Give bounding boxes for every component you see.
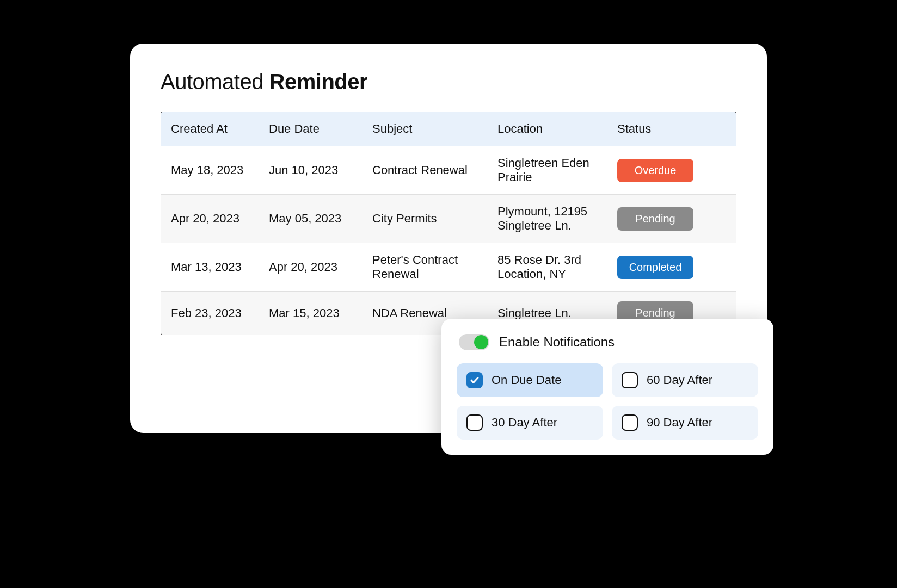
table-row[interactable]: Mar 13, 2023Apr 20, 2023Peter's Contract… <box>161 243 736 292</box>
table-row[interactable]: Apr 20, 2023May 05, 2023City PermitsPlym… <box>161 195 736 243</box>
cell-due: Apr 20, 2023 <box>259 250 363 284</box>
enable-notifications-toggle[interactable] <box>459 334 489 350</box>
checkbox[interactable] <box>622 372 638 388</box>
toggle-row: Enable Notifications <box>457 334 758 350</box>
toggle-knob <box>474 335 488 349</box>
reminder-card: Automated Reminder Created At Due Date S… <box>130 44 767 433</box>
cell-location: Singletreen Eden Prairie <box>488 146 607 194</box>
table-header-row: Created At Due Date Subject Location Sta… <box>161 112 736 146</box>
notification-options: On Due Date60 Day After30 Day After90 Da… <box>457 363 758 440</box>
cell-location: 85 Rose Dr. 3rd Location, NY <box>488 243 607 291</box>
cell-status: Completed <box>607 246 736 289</box>
header-subject: Subject <box>363 112 488 146</box>
notifications-popup: Enable Notifications On Due Date60 Day A… <box>441 319 773 455</box>
status-badge: Overdue <box>617 159 693 182</box>
toggle-label: Enable Notifications <box>499 335 615 350</box>
status-badge: Pending <box>617 207 693 231</box>
option-label: 90 Day After <box>647 416 712 430</box>
cell-created: Mar 13, 2023 <box>161 250 259 284</box>
option-label: 60 Day After <box>647 373 712 387</box>
cell-created: May 18, 2023 <box>161 153 259 187</box>
header-due: Due Date <box>259 112 363 146</box>
notification-option[interactable]: 60 Day After <box>612 363 758 397</box>
title-bold: Reminder <box>269 70 368 94</box>
cell-due: Jun 10, 2023 <box>259 153 363 187</box>
option-label: 30 Day After <box>491 416 557 430</box>
cell-subject: Peter's Contract Renewal <box>363 243 488 291</box>
table-body: May 18, 2023Jun 10, 2023Contract Renewal… <box>161 146 736 335</box>
cell-due: Mar 15, 2023 <box>259 296 363 330</box>
header-location: Location <box>488 112 607 146</box>
checkbox[interactable] <box>466 414 483 431</box>
notification-option[interactable]: 30 Day After <box>457 406 603 440</box>
reminders-table: Created At Due Date Subject Location Sta… <box>161 112 736 335</box>
cell-status: Overdue <box>607 149 736 192</box>
cell-subject: City Permits <box>363 202 488 236</box>
status-badge: Completed <box>617 256 693 279</box>
page-title: Automated Reminder <box>161 70 736 94</box>
cell-status: Pending <box>607 197 736 240</box>
option-label: On Due Date <box>491 373 561 387</box>
notification-option[interactable]: 90 Day After <box>612 406 758 440</box>
title-prefix: Automated <box>161 70 269 94</box>
header-created: Created At <box>161 112 259 146</box>
cell-created: Feb 23, 2023 <box>161 296 259 330</box>
notification-option[interactable]: On Due Date <box>457 363 603 397</box>
cell-subject: Contract Renewal <box>363 153 488 187</box>
table-row[interactable]: May 18, 2023Jun 10, 2023Contract Renewal… <box>161 146 736 195</box>
cell-created: Apr 20, 2023 <box>161 202 259 236</box>
checkbox[interactable] <box>466 372 483 388</box>
cell-due: May 05, 2023 <box>259 202 363 236</box>
cell-location: Plymount, 12195 Singletree Ln. <box>488 195 607 243</box>
checkbox[interactable] <box>622 414 638 431</box>
header-status: Status <box>607 112 736 146</box>
